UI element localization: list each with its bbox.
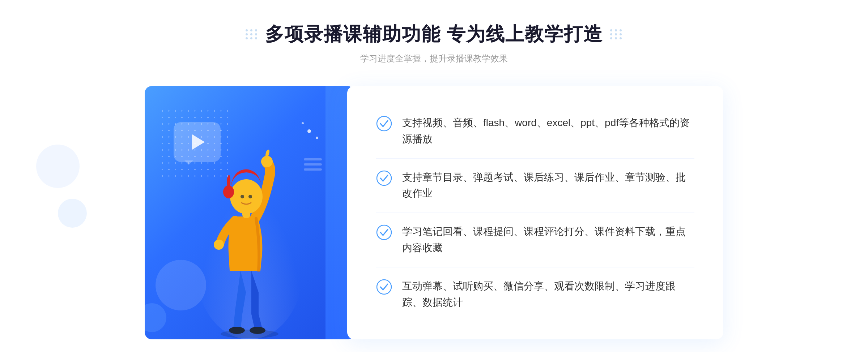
check-icon-4 <box>376 279 392 295</box>
feature-item-2: 支持章节目录、弹题考试、课后练习、课后作业、章节测验、批改作业 <box>376 159 694 213</box>
check-icon-3 <box>376 224 392 240</box>
sparkle-3 <box>316 137 318 139</box>
header-section: 多项录播课辅助功能 专为线上教学打造 学习进度全掌握，提升录播课教学效果 <box>246 22 622 64</box>
sparkle-2 <box>302 122 304 124</box>
svg-point-8 <box>241 195 244 198</box>
illustration-box <box>145 86 354 339</box>
left-dots-decoration <box>246 29 258 39</box>
feature-item-4: 互动弹幕、试听购买、微信分享、观看次数限制、学习进度跟踪、数据统计 <box>376 267 694 322</box>
svg-point-11 <box>377 171 391 185</box>
deco-circle-2 <box>145 303 166 332</box>
bg-circle-1 <box>36 145 80 188</box>
deco-lines <box>304 158 322 171</box>
content-area: 支持视频、音频、flash、word、excel、ppt、pdf等各种格式的资源… <box>145 86 723 339</box>
svg-point-6 <box>230 179 263 214</box>
check-icon-1 <box>376 116 392 132</box>
bg-circle-2 <box>58 199 87 228</box>
subtitle: 学习进度全掌握，提升录播课教学效果 <box>360 53 508 64</box>
sparkle-1 <box>307 129 311 133</box>
svg-point-12 <box>377 225 391 240</box>
feature-text-4: 互动弹幕、试听购买、微信分享、观看次数限制、学习进度跟踪、数据统计 <box>402 278 694 311</box>
title-row: 多项录播课辅助功能 专为线上教学打造 <box>246 22 622 47</box>
feature-text-3: 学习笔记回看、课程提问、课程评论打分、课件资料下载，重点内容收藏 <box>402 224 694 256</box>
check-icon-2 <box>376 170 392 186</box>
page-container: » 多项录播课辅助功能 专为线上教学打造 学习进度全掌握，提升录播课教学效果 <box>0 0 868 352</box>
svg-point-1 <box>229 327 245 334</box>
feature-item-3: 学习笔记回看、课程提问、课程评论打分、课件资料下载，重点内容收藏 <box>376 213 694 267</box>
main-title: 多项录播课辅助功能 专为线上教学打造 <box>265 22 603 47</box>
right-dots-decoration <box>610 29 622 39</box>
svg-point-13 <box>377 280 391 294</box>
feature-text-2: 支持章节目录、弹题考试、课后练习、课后作业、章节测验、批改作业 <box>402 169 694 202</box>
svg-point-9 <box>248 195 252 198</box>
svg-point-3 <box>261 156 273 167</box>
feature-text-1: 支持视频、音频、flash、word、excel、ppt、pdf等各种格式的资源… <box>402 115 694 147</box>
svg-point-2 <box>250 327 265 334</box>
info-box: 支持视频、音频、flash、word、excel、ppt、pdf等各种格式的资源… <box>347 86 723 339</box>
person-illustration <box>199 137 300 339</box>
svg-point-7 <box>223 185 234 198</box>
feature-item-1: 支持视频、音频、flash、word、excel、ppt、pdf等各种格式的资源… <box>376 104 694 159</box>
svg-point-10 <box>377 116 391 131</box>
deco-circle-1 <box>156 260 206 310</box>
svg-point-4 <box>214 240 224 250</box>
